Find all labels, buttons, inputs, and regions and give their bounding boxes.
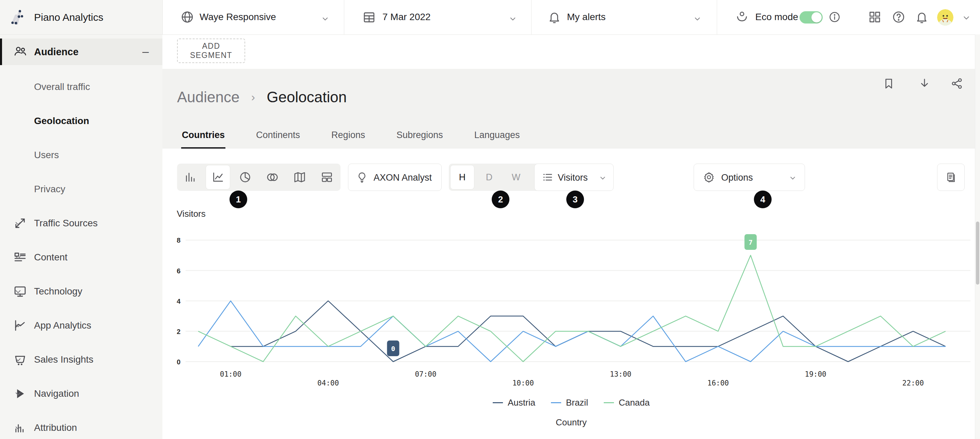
sidebar-item-audience[interactable]: Audience – [0, 38, 162, 65]
app-title: Piano Analytics [34, 11, 103, 23]
pie-chart-icon [239, 171, 252, 184]
sidebar-item-overall-traffic[interactable]: Overall traffic [34, 77, 90, 97]
chevron-down-icon [692, 14, 703, 24]
eco-mode-label: Eco mode [755, 11, 798, 22]
collapse-minus-icon[interactable]: – [142, 45, 149, 58]
metric-selector[interactable]: Visitors [534, 164, 614, 191]
granularity-d[interactable]: D [476, 164, 503, 191]
options-selector[interactable]: Options [694, 164, 805, 191]
x-tick-label: 13:00 [610, 370, 631, 378]
sidebar-item-app-analytics[interactable]: App Analytics [0, 312, 162, 339]
date-selector[interactable]: 7 Mar 2022 [344, 0, 531, 34]
x-tick-label: 04:00 [317, 379, 339, 387]
eco-mode-toggle[interactable] [800, 11, 822, 24]
legend-item-brazil[interactable]: Brazil [551, 397, 588, 408]
breadcrumb-audience[interactable]: Audience [177, 89, 239, 105]
x-tick-label: 16:00 [707, 379, 729, 387]
scrollbar-thumb[interactable] [976, 222, 979, 284]
x-tick-label: 07:00 [415, 370, 436, 378]
sidebar-item-technology[interactable]: Technology [0, 278, 162, 305]
page-header-band: Audience › Geolocation CountriesContinen… [162, 69, 980, 149]
map-view-button[interactable] [286, 164, 313, 191]
y-tick-label: 2 [177, 328, 180, 335]
page-scrollbar[interactable] [975, 34, 980, 439]
tab-languages[interactable]: Languages [474, 130, 521, 148]
sidebar-item-content[interactable]: Content [0, 244, 162, 271]
sidebar-item-label: Attribution [34, 422, 77, 433]
legend-item-austria[interactable]: Austria [493, 397, 535, 408]
user-avatar[interactable] [937, 9, 953, 26]
info-icon[interactable] [828, 11, 841, 24]
sidebar-item-privacy[interactable]: Privacy [34, 179, 65, 200]
bookmark-icon[interactable] [882, 77, 896, 90]
chevron-down-icon [13, 286, 23, 297]
legend-label: Brazil [566, 397, 588, 408]
sidebar-item-label: Audience [34, 46, 79, 57]
sidebar-item-traffic-sources[interactable]: Traffic Sources [0, 210, 162, 237]
sidebar-item-label: Sales Insights [34, 354, 93, 365]
visitors-line-chart[interactable]: 0246801:0004:0007:0010:0013:0016:0019:00… [170, 218, 980, 395]
axon-analyst-label: AXON Analyst [374, 172, 432, 183]
sidebar-item-label: Navigation [34, 388, 79, 399]
globe-icon [180, 10, 194, 24]
axon-analyst-button[interactable]: AXON Analyst [348, 164, 442, 191]
chevron-down-icon [13, 389, 23, 399]
legend-swatch [604, 402, 614, 403]
chevron-down-icon[interactable] [961, 12, 972, 23]
venn-diagram-view-button[interactable] [259, 164, 286, 191]
tab-regions[interactable]: Regions [331, 130, 366, 148]
chevron-down-icon [13, 354, 23, 365]
breadcrumb-separator: › [251, 90, 255, 103]
tab-continents[interactable]: Continents [255, 130, 301, 148]
tab-countries[interactable]: Countries [181, 130, 226, 148]
tab-subregions[interactable]: Subregions [396, 130, 444, 148]
apps-grid-icon[interactable] [868, 10, 882, 24]
sidebar-item-geolocation[interactable]: Geolocation [34, 111, 89, 131]
report-view-button[interactable] [937, 164, 965, 191]
alerts-selector[interactable]: My alerts [531, 0, 717, 34]
sidebar-item-navigation[interactable]: Navigation [0, 380, 162, 407]
sidebar-item-label: Technology [34, 286, 83, 297]
notifications-bell-icon[interactable] [915, 10, 929, 24]
chevron-down-icon [13, 320, 23, 330]
sidebar-item-users[interactable]: Users [34, 145, 59, 165]
dashboard-icon [320, 171, 334, 184]
site-selector[interactable]: Waye Responsive [162, 0, 344, 34]
x-tick-label: 22:00 [902, 379, 924, 387]
eco-mode-section: Eco mode [717, 0, 845, 34]
bar-chart-view-button[interactable] [177, 164, 204, 191]
pie-chart-view-button[interactable] [232, 164, 259, 191]
chevron-down-icon [320, 14, 330, 24]
share-icon[interactable] [950, 77, 964, 90]
dashboard-view-button[interactable] [313, 164, 340, 191]
line-chart-view-button[interactable] [206, 165, 230, 189]
lightbulb-icon [356, 171, 368, 184]
granularity-h[interactable]: H [450, 165, 474, 189]
chevron-down-icon [598, 173, 608, 183]
granularity-w[interactable]: W [503, 164, 530, 191]
y-tick-label: 4 [177, 297, 181, 305]
geolocation-tabs: CountriesContinentsRegionsSubregionsLang… [181, 130, 520, 148]
step-badge-1: 1 [229, 190, 247, 208]
calendar-icon [362, 10, 376, 24]
sidebar-item-sales-insights[interactable]: Sales Insights [0, 346, 162, 373]
sidebar-item-label: Traffic Sources [34, 218, 98, 229]
line-chart-svg: 0246801:0004:0007:0010:0013:0016:0019:00… [170, 218, 980, 395]
point-badge-value: 7 [748, 238, 752, 246]
add-segment-button[interactable]: ADD SEGMENT [177, 38, 245, 63]
legend-item-canada[interactable]: Canada [604, 397, 650, 408]
line-chart-icon [211, 171, 225, 184]
point-badge-value: 0 [391, 345, 395, 353]
download-icon[interactable] [918, 77, 931, 90]
chevron-down-icon [788, 173, 797, 183]
map-icon [293, 171, 307, 184]
sidebar-item-attribution[interactable]: Attribution [0, 414, 162, 439]
y-tick-label: 6 [177, 267, 180, 275]
help-icon[interactable] [891, 10, 906, 24]
series-line-canada [198, 255, 946, 362]
step-badge-4: 4 [754, 190, 772, 208]
chevron-down-icon [13, 423, 23, 433]
doc-report-icon [945, 171, 957, 184]
page-title: Geolocation [267, 89, 347, 105]
bell-icon [547, 10, 562, 24]
